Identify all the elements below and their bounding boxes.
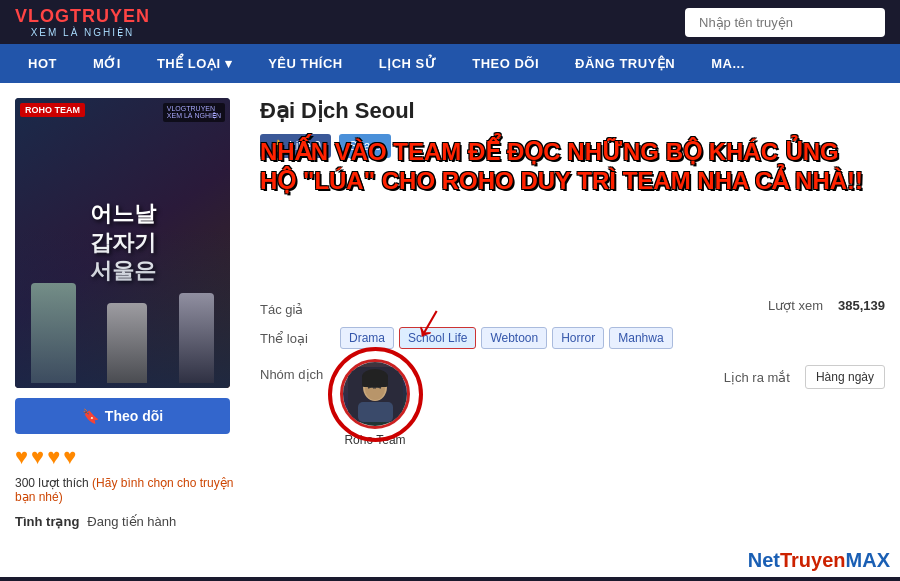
- nav-dang-truyen[interactable]: ĐĂNG TRUYỆN: [557, 44, 693, 83]
- nhom-dich-row: Nhóm dịch: [260, 359, 885, 447]
- logo[interactable]: VLOGTRUYEN XEM LÀ NGHIỆN: [15, 6, 150, 38]
- star-1[interactable]: ♥: [15, 444, 28, 470]
- manga-title: Đại Dịch Seoul: [260, 98, 885, 124]
- main-content: ROHO TEAM VLOGTRUYENXEM LÀ NGHIỆN 어느날갑자기…: [0, 83, 900, 544]
- the-loai-row: Thể loại Drama School Life Webtoon Horro…: [260, 327, 885, 349]
- book-cover: ROHO TEAM VLOGTRUYENXEM LÀ NGHIỆN 어느날갑자기…: [15, 98, 230, 388]
- theo-doi-button[interactable]: 🔖 Theo dõi: [15, 398, 230, 434]
- tac-gia-label: Tác giả: [260, 298, 340, 317]
- star-3[interactable]: ♥: [47, 444, 60, 470]
- watermark-net: Net: [748, 549, 780, 571]
- nav-yeu-thich[interactable]: YÊU THÍCH: [250, 44, 361, 83]
- overlay-line2: HỘ "LÚA" CHO ROHO DUY TRÌ TEAM NHA CẢ NH…: [260, 167, 885, 196]
- tag-webtoon[interactable]: Webtoon: [481, 327, 547, 349]
- tag-manhwa[interactable]: Manhwa: [609, 327, 672, 349]
- svg-rect-5: [362, 375, 388, 387]
- tag-horror[interactable]: Horror: [552, 327, 604, 349]
- rating-text: 300 lượt thích (Hãy bình chọn cho truyện…: [15, 476, 245, 504]
- team-avatar-container[interactable]: Roho Team: [340, 359, 410, 447]
- tac-gia-row: Tác giả Lượt xem 385,139: [260, 298, 885, 317]
- overlay-line1: NHẤN VÀO TEAM ĐỂ ĐỌC NHỮNG BỘ KHÁC ỦNG: [260, 138, 885, 167]
- status-row: Tình trạng Đang tiến hành: [15, 514, 245, 529]
- navbar: HOT MỚI THỂ LOẠI ▾ YÊU THÍCH LỊCH SỬ THE…: [0, 44, 900, 83]
- left-panel: ROHO TEAM VLOGTRUYENXEM LÀ NGHIỆN 어느날갑자기…: [15, 98, 245, 529]
- tag-school[interactable]: School Life: [399, 327, 476, 349]
- tags-row: Drama School Life Webtoon Horror Manhwa: [340, 327, 673, 349]
- right-panel: Đại Dịch Seoul 👍 Like 0 Share NHẤN VÀO T…: [260, 98, 885, 529]
- star-2[interactable]: ♥: [31, 444, 44, 470]
- luot-xem-value: 385,139: [838, 298, 885, 313]
- theo-doi-label: Theo dõi: [105, 408, 163, 424]
- cover-badge: ROHO TEAM: [20, 103, 85, 117]
- cover-team-badge: VLOGTRUYENXEM LÀ NGHIỆN: [163, 103, 225, 122]
- tinh-trang-label: Tình trạng: [15, 514, 79, 529]
- hang-ngay-button[interactable]: Hàng ngày: [805, 365, 885, 389]
- nav-theo-doi[interactable]: THEO DÕI: [454, 44, 557, 83]
- search-input[interactable]: [685, 8, 885, 37]
- header: VLOGTRUYEN XEM LÀ NGHIỆN: [0, 0, 900, 44]
- star-4[interactable]: ♥: [63, 444, 76, 470]
- tinh-trang-value: Đang tiến hành: [87, 514, 176, 529]
- watermark-truyen: Truyen: [780, 549, 846, 571]
- stars-row: ♥ ♥ ♥ ♥: [15, 444, 245, 470]
- tag-drama[interactable]: Drama: [340, 327, 394, 349]
- nav-hot[interactable]: HOT: [10, 44, 75, 83]
- overlay-text: NHẤN VÀO TEAM ĐỂ ĐỌC NHỮNG BỘ KHÁC ỦNG H…: [260, 138, 885, 196]
- nav-moi[interactable]: MỚI: [75, 44, 139, 83]
- watermark: NetTruyenMAX: [0, 544, 900, 577]
- team-avatar: [340, 359, 410, 429]
- watermark-max: MAX: [846, 549, 890, 571]
- logo-top: VLOGTRUYEN: [15, 6, 150, 27]
- avatar-face-svg: [348, 367, 403, 422]
- details-table: Tác giả Lượt xem 385,139 Thể loại Drama …: [260, 298, 885, 447]
- nav-lich-su[interactable]: LỊCH SỬ: [361, 44, 455, 83]
- svg-rect-3: [358, 402, 393, 422]
- lich-ra-mat-label: Lịch ra mắt: [724, 370, 790, 385]
- luot-xem-section: Lượt xem 385,139: [768, 298, 885, 313]
- the-loai-label: Thể loại: [260, 327, 340, 346]
- nhom-dich-label: Nhóm dịch: [260, 359, 340, 382]
- bookmark-icon: 🔖: [82, 408, 99, 424]
- luot-xem-label: Lượt xem: [768, 298, 823, 313]
- logo-bottom: XEM LÀ NGHIỆN: [31, 27, 135, 38]
- nav-the-loai[interactable]: THỂ LOẠI ▾: [139, 44, 250, 83]
- team-name: Roho Team: [344, 433, 405, 447]
- nav-ma[interactable]: MA...: [693, 44, 763, 83]
- rating-count: 300 lượt thích: [15, 476, 89, 490]
- lich-ra-mat-section: Lịch ra mắt Hàng ngày: [724, 365, 885, 389]
